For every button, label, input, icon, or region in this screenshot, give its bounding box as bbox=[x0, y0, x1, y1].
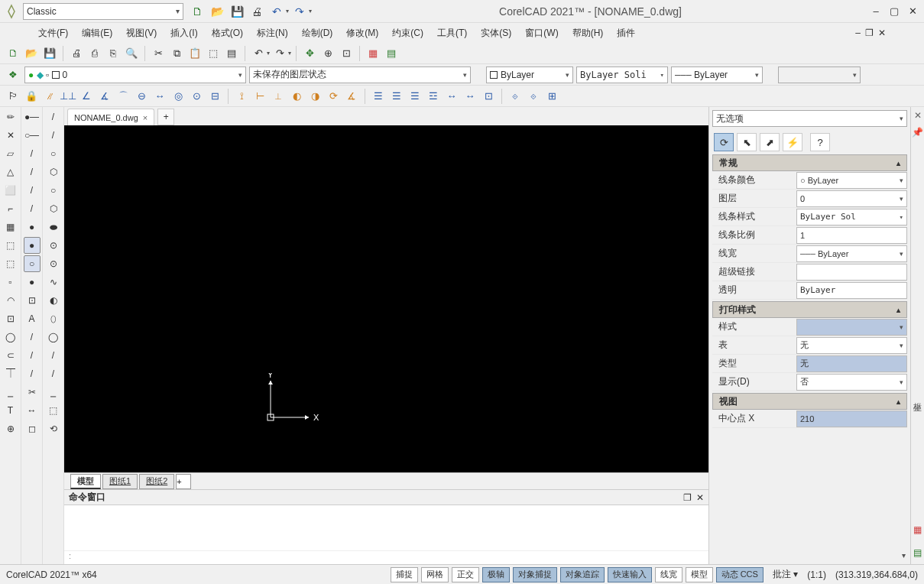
status-toggle-模型[interactable]: 模型 bbox=[686, 567, 713, 582]
document-tab[interactable]: NONAME_0.dwg × bbox=[67, 109, 154, 125]
vtool-3-17[interactable]: ⟲ bbox=[45, 420, 62, 437]
dim-icon-1[interactable]: ⟟ bbox=[233, 88, 250, 105]
flash-icon[interactable]: ⚡ bbox=[783, 133, 802, 151]
angle2-icon[interactable]: ∡ bbox=[96, 88, 113, 105]
cmd-close-icon[interactable]: ✕ bbox=[696, 492, 704, 503]
vtool-3-2[interactable]: ○ bbox=[45, 145, 62, 162]
plot-icon[interactable]: ⎘ bbox=[105, 45, 122, 62]
vtool-1-7[interactable]: ⬚ bbox=[2, 237, 19, 254]
perpendicular-icon[interactable]: ⊥⊥ bbox=[60, 88, 76, 105]
align-icon-7[interactable]: ⊡ bbox=[480, 88, 497, 105]
tangent-icon[interactable]: ⊖ bbox=[133, 88, 150, 105]
collapse-icon[interactable]: ▴ bbox=[896, 397, 900, 406]
vtool-3-15[interactable]: ⎯ bbox=[45, 384, 62, 401]
vtool-1-4[interactable]: ⬜ bbox=[2, 182, 19, 199]
vtool-1-8[interactable]: ⬚ bbox=[2, 255, 19, 272]
horizontal-icon[interactable]: ↔ bbox=[151, 88, 168, 105]
properties-icon[interactable]: ▦ bbox=[365, 45, 381, 62]
mdi-close-icon[interactable]: ✕ bbox=[878, 28, 886, 38]
section-general[interactable]: 常规 ▴ bbox=[712, 154, 907, 171]
vtool-2-3[interactable]: / bbox=[24, 164, 41, 180]
vtool-3-0[interactable]: / bbox=[45, 109, 62, 125]
vtool-2-6[interactable]: ● bbox=[24, 219, 41, 235]
align-icon-3[interactable]: ☰ bbox=[407, 88, 423, 105]
cut-icon[interactable]: ✂ bbox=[150, 45, 167, 62]
arc-icon[interactable]: ⌒ bbox=[115, 88, 131, 105]
add-sheet-button[interactable]: + bbox=[176, 474, 191, 489]
layer-state-dropdown[interactable]: 未保存的图层状态 ▾ bbox=[249, 67, 471, 83]
menu-tools[interactable]: 工具(T) bbox=[437, 27, 467, 40]
vtool-3-1[interactable]: / bbox=[45, 127, 62, 144]
lineweight-dropdown[interactable]: ——— ByLayer ▾ bbox=[671, 67, 763, 83]
vtool-3-10[interactable]: ◐ bbox=[45, 292, 62, 309]
vtool-1-17[interactable]: ⊕ bbox=[2, 420, 19, 437]
help-icon[interactable]: ? bbox=[810, 133, 830, 151]
close-panel-icon[interactable]: ✕ bbox=[914, 110, 922, 121]
vtool-2-8[interactable]: ○ bbox=[24, 255, 41, 272]
vtool-3-6[interactable]: ⬬ bbox=[45, 219, 62, 235]
dim-icon-4[interactable]: ◐ bbox=[288, 88, 305, 105]
vtool-2-15[interactable]: ✂ bbox=[24, 384, 41, 401]
vtool-3-16[interactable]: ⬚ bbox=[45, 402, 62, 419]
section-printstyle[interactable]: 打印样式 ▴ bbox=[712, 301, 907, 318]
paste-icon[interactable]: 📋 bbox=[186, 45, 203, 62]
vtool-2-4[interactable]: / bbox=[24, 182, 41, 199]
status-toggle-线宽[interactable]: 线宽 bbox=[655, 567, 682, 582]
collapse-icon[interactable]: ▴ bbox=[896, 306, 900, 314]
copy-icon[interactable]: ⧉ bbox=[168, 45, 185, 62]
status-toggle-快速输入[interactable]: 快速输入 bbox=[608, 567, 652, 582]
vtool-2-2[interactable]: / bbox=[24, 145, 41, 162]
minimize-icon[interactable]: – bbox=[869, 5, 883, 17]
new-icon[interactable]: 🗋 bbox=[188, 3, 206, 20]
line-color-field[interactable]: ○ ByLayer▾ bbox=[796, 172, 907, 189]
layer-field[interactable]: 0▾ bbox=[796, 190, 907, 207]
redo-icon[interactable]: ↷ bbox=[290, 3, 309, 20]
vtool-1-15[interactable]: ⎯ bbox=[2, 384, 19, 401]
section-view[interactable]: 视图 ▴ bbox=[712, 393, 907, 410]
pick2-icon[interactable]: ⬈ bbox=[760, 133, 780, 151]
dim-icon-7[interactable]: ∡ bbox=[343, 88, 360, 105]
block-icon-1[interactable]: ⟐ bbox=[507, 88, 524, 105]
status-toggle-捕捉[interactable]: 捕捉 bbox=[391, 567, 418, 582]
menu-modify[interactable]: 修改(M) bbox=[346, 27, 378, 40]
model-tab[interactable]: 模型 bbox=[70, 474, 101, 489]
align-icon-6[interactable]: ↔ bbox=[462, 88, 478, 105]
palette-icon-2[interactable]: ▤ bbox=[913, 547, 922, 558]
menu-draw[interactable]: 绘制(D) bbox=[302, 27, 333, 40]
menu-window[interactable]: 窗口(W) bbox=[525, 27, 558, 40]
table-field[interactable]: 无▾ bbox=[796, 337, 907, 354]
dim-icon-3[interactable]: ⟂ bbox=[270, 88, 287, 105]
scroll-down-icon[interactable]: ▾ bbox=[902, 551, 906, 560]
undo-icon[interactable]: ↶ bbox=[267, 3, 286, 20]
status-toggle-对象捕捉[interactable]: 对象捕捉 bbox=[513, 567, 557, 582]
status-toggle-对象追踪[interactable]: 对象追踪 bbox=[560, 567, 605, 582]
find-icon[interactable]: 🔍 bbox=[123, 45, 140, 62]
print-icon-2[interactable]: 🖨 bbox=[68, 45, 85, 62]
angle-icon[interactable]: ∠ bbox=[78, 88, 95, 105]
vtool-1-3[interactable]: △ bbox=[2, 164, 19, 180]
vtool-3-4[interactable]: ○ bbox=[45, 182, 62, 199]
coincident-icon[interactable]: ⊙ bbox=[188, 88, 205, 105]
color-dropdown[interactable]: ByLayer ▾ bbox=[486, 67, 573, 83]
status-scale[interactable]: (1:1) bbox=[807, 569, 826, 580]
menu-plugin[interactable]: 插件 bbox=[617, 27, 635, 40]
align-icon-5[interactable]: ↔ bbox=[443, 88, 460, 105]
vtool-2-9[interactable]: ● bbox=[24, 274, 41, 290]
dim-icon-2[interactable]: ⊢ bbox=[251, 88, 268, 105]
layer-dropdown[interactable]: ● ◆ ▫ 0 ▾ bbox=[24, 67, 246, 83]
status-toggle-网格[interactable]: 网格 bbox=[421, 567, 449, 582]
vtool-1-13[interactable]: ⊂ bbox=[2, 347, 19, 364]
sheet1-tab[interactable]: 图纸1 bbox=[102, 474, 138, 489]
maximize-icon[interactable]: ▢ bbox=[887, 5, 901, 17]
props-icon[interactable]: ▤ bbox=[223, 45, 240, 62]
design-icon[interactable]: ▤ bbox=[383, 45, 400, 62]
vtool-3-11[interactable]: ⬯ bbox=[45, 310, 62, 327]
vtool-1-14[interactable]: ⏉ bbox=[2, 365, 19, 382]
align-icon-4[interactable]: ☲ bbox=[425, 88, 442, 105]
menu-dim[interactable]: 标注(N) bbox=[257, 27, 288, 40]
new-file-icon[interactable]: 🗋 bbox=[5, 45, 21, 62]
redo-icon-2[interactable]: ↷ bbox=[271, 45, 288, 62]
print-icon[interactable]: 🖨 bbox=[248, 3, 266, 20]
block-icon-2[interactable]: ⟐ bbox=[525, 88, 542, 105]
parallel-icon[interactable]: ⫽ bbox=[41, 88, 58, 105]
